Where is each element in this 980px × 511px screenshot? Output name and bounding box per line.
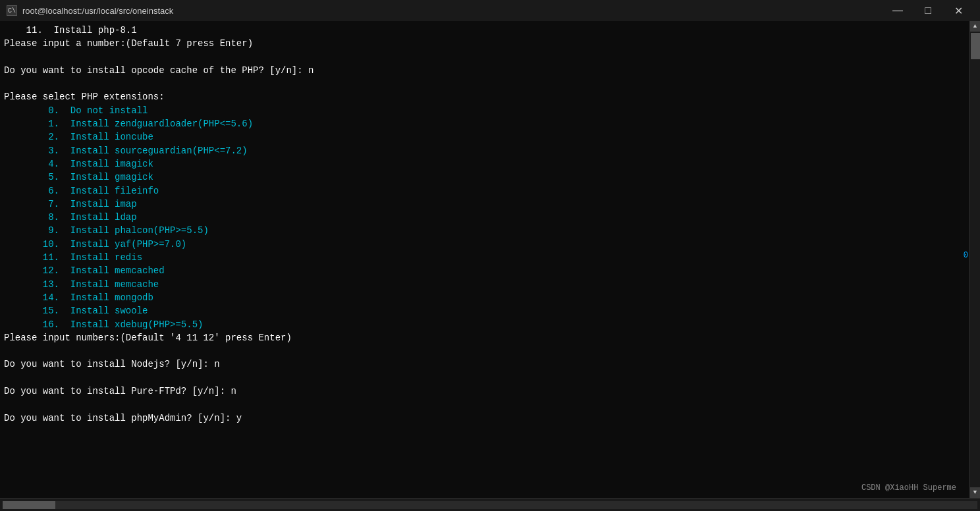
terminal-window: C\ root@localhost:/usr/local/src/oneinst… xyxy=(0,0,980,511)
close-button[interactable]: ✕ xyxy=(943,0,973,21)
bottom-bar xyxy=(0,498,980,511)
scroll-down-arrow[interactable]: ▼ xyxy=(970,487,981,498)
title-bar: C\ root@localhost:/usr/local/src/oneinst… xyxy=(0,0,980,21)
watermark: CSDN @XiaoHH Superme xyxy=(861,483,956,493)
vertical-scrollbar[interactable]: ▲ 0▼ xyxy=(969,21,980,498)
scroll-up-arrow[interactable]: ▲ xyxy=(970,21,981,32)
scroll-track[interactable] xyxy=(970,32,980,487)
terminal-icon: C\ xyxy=(7,5,17,16)
scroll-position-indicator: 0 xyxy=(964,251,968,260)
title-bar-left: C\ root@localhost:/usr/local/src/oneinst… xyxy=(7,5,173,16)
window-controls: — □ ✕ xyxy=(883,0,973,21)
minimize-button[interactable]: — xyxy=(883,0,913,21)
window-title: root@localhost:/usr/local/src/oneinstack xyxy=(22,6,173,16)
scroll-thumb[interactable] xyxy=(971,33,980,59)
maximize-button[interactable]: □ xyxy=(913,0,943,21)
horizontal-scroll-thumb[interactable] xyxy=(3,501,55,509)
terminal-wrapper: 11. Install php-8.1 Please input a numbe… xyxy=(0,21,980,498)
horizontal-scroll-track[interactable] xyxy=(3,501,977,509)
terminal-output: 11. Install php-8.1 Please input a numbe… xyxy=(4,24,966,425)
terminal-content[interactable]: 11. Install php-8.1 Please input a numbe… xyxy=(0,21,969,498)
